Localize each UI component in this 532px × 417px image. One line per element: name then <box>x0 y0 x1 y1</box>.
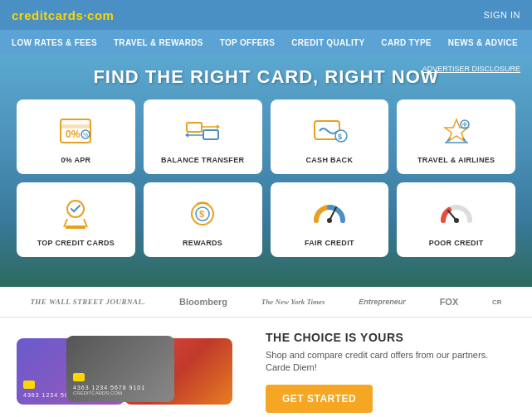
svg-point-21 <box>327 218 332 223</box>
svg-rect-5 <box>187 123 202 132</box>
svg-text:%: % <box>83 132 88 138</box>
card-display-2: 4363 1234 5678 9101 CREDITCARDS.COM <box>66 336 174 402</box>
apr-label: 0% APR <box>61 156 90 164</box>
category-top-cards[interactable]: TOP CREDIT CARDS <box>17 182 135 257</box>
svg-text:0%: 0% <box>66 128 81 140</box>
main-nav: LOW RATES & FEES TRAVEL & REWARDS TOP OF… <box>0 30 532 55</box>
nav-item-tools[interactable]: INTERACTIVE TOOLS <box>526 30 532 55</box>
get-started-button[interactable]: GET STARTED <box>266 385 373 413</box>
poor-icon <box>438 196 475 232</box>
card-site-2: CREDITCARDS.COM <box>73 390 168 395</box>
nav-item-travel[interactable]: TRAVEL & REWARDS <box>105 30 212 55</box>
nyt-logo: The New York Times <box>261 298 325 306</box>
fox-logo: FOX <box>440 297 459 307</box>
wsj-logo: THE WALL STREET JOURNAL. <box>30 298 145 306</box>
category-poor-credit[interactable]: POOR CREDIT <box>397 182 515 257</box>
svg-text:$: $ <box>338 133 342 141</box>
transfer-label: BALANCE TRANSFER <box>161 156 244 164</box>
advertiser-disclosure-link[interactable]: ADVERTISER DISCLOSURE <box>422 65 520 73</box>
nav-item-top-offers[interactable]: TOP OFFERS <box>212 30 284 55</box>
hero-section: ADVERTISER DISCLOSURE FIND THE RIGHT CAR… <box>0 55 532 287</box>
nav-item-card-type[interactable]: CARD TYPE <box>373 30 439 55</box>
logo-text: creditcards <box>12 8 83 22</box>
entrepreneur-logo: Entrepreneur <box>359 298 406 306</box>
category-cashback[interactable]: $ CASH BACK <box>271 99 389 174</box>
card-number-2: 4363 1234 5678 9101 <box>73 385 168 390</box>
travel-icon <box>438 113 475 149</box>
card-chip-2 <box>73 373 85 381</box>
press-logos-bar: THE WALL STREET JOURNAL. Bloomberg The N… <box>0 287 532 318</box>
fair-credit-label: FAIR CREDIT <box>305 239 354 247</box>
category-grid: 0% % 0% APR BALANCE TRANSFER <box>17 99 515 257</box>
category-fair-credit[interactable]: FAIR CREDIT <box>271 182 389 257</box>
category-rewards[interactable]: $ REWARDS <box>144 182 262 257</box>
apr-icon: 0% % <box>57 113 94 149</box>
cta-text-area: THE CHOICE IS YOURS Shop and compare cre… <box>266 331 515 413</box>
top-cards-label: TOP CREDIT CARDS <box>37 239 115 247</box>
nav-item-low-rates[interactable]: LOW RATES & FEES <box>3 30 105 55</box>
logo-com: com <box>87 8 114 22</box>
svg-marker-8 <box>217 124 220 129</box>
svg-text:$: $ <box>199 209 204 219</box>
svg-rect-16 <box>66 225 85 229</box>
rewards-label: REWARDS <box>183 239 222 247</box>
fair-icon <box>311 196 348 232</box>
svg-point-23 <box>454 218 459 223</box>
category-apr[interactable]: 0% % 0% APR <box>17 99 135 174</box>
cta-description: Shop and compare credit card offers from… <box>266 349 515 375</box>
category-travel[interactable]: TRAVEL & AIRLINES <box>397 99 515 174</box>
site-logo[interactable]: creditcards·com <box>12 8 114 22</box>
svg-rect-6 <box>203 130 218 139</box>
nav-item-credit-quality[interactable]: CREDIT QUALITY <box>283 30 373 55</box>
bloomberg-logo: Bloomberg <box>179 297 227 307</box>
travel-label: TRAVEL & AIRLINES <box>417 156 495 164</box>
cta-section: 4363 1234 567 4363 1234 5678 9101 CREDIT… <box>0 318 532 417</box>
transfer-icon <box>184 113 221 149</box>
rewards-icon: $ <box>184 196 221 232</box>
cashback-label: CASH BACK <box>306 156 354 164</box>
credit-cards-display: 4363 1234 567 4363 1234 5678 9101 CREDIT… <box>17 334 249 409</box>
category-balance-transfer[interactable]: BALANCE TRANSFER <box>144 99 262 174</box>
cashback-icon: $ <box>311 113 348 149</box>
svg-marker-10 <box>185 133 188 138</box>
site-header: creditcards·com SIGN IN <box>0 0 532 30</box>
nav-item-news[interactable]: NEWS & ADVICE <box>440 30 526 55</box>
cr-logo: CR <box>492 298 502 306</box>
top-icon <box>57 196 94 232</box>
poor-credit-label: POOR CREDIT <box>429 239 484 247</box>
card-chip-1 <box>23 381 35 389</box>
sign-in-button[interactable]: SIGN IN <box>484 10 520 20</box>
cta-title: THE CHOICE IS YOURS <box>266 331 515 344</box>
